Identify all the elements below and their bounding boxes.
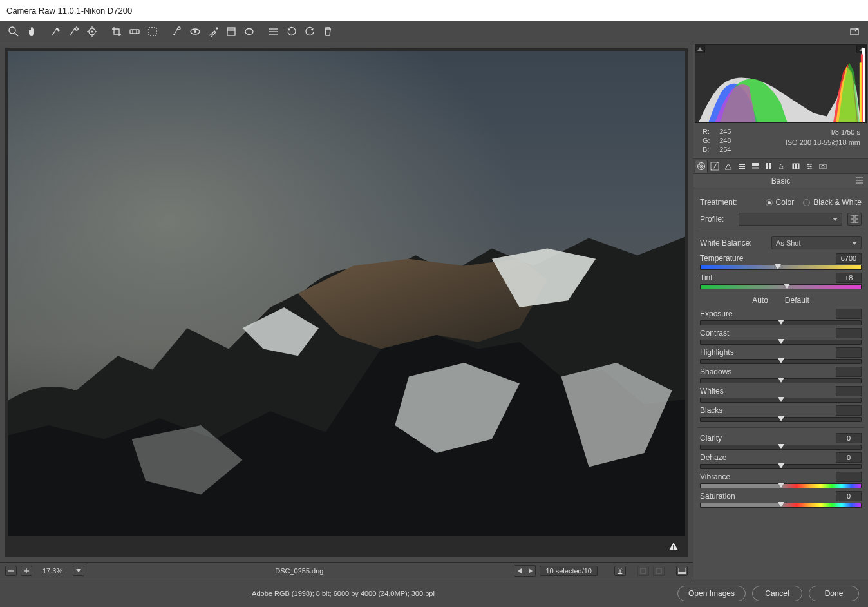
temperature-value[interactable]: 6700 [836, 253, 862, 264]
rating-increase-button[interactable] [653, 566, 665, 576]
done-button[interactable]: Done [809, 586, 859, 601]
svg-point-60 [807, 164, 809, 165]
status-bar: 17.3% DSC_0255.dng 10 selected/10 Y [0, 562, 693, 579]
vibrance-slider[interactable]: Vibrance [700, 472, 862, 488]
straighten-tool-icon[interactable] [126, 23, 143, 40]
tint-slider[interactable]: Tint+8 [700, 273, 862, 289]
blacks-slider[interactable]: Blacks [700, 405, 862, 422]
exposure-value[interactable] [836, 309, 862, 319]
dehaze-label: Dehaze [700, 453, 726, 462]
tint-label: Tint [700, 273, 713, 282]
clarity-value[interactable]: 0 [836, 433, 862, 443]
zoom-tool-icon[interactable] [5, 23, 22, 40]
prev-image-button[interactable] [514, 566, 525, 576]
spot-removal-tool-icon[interactable] [169, 23, 185, 40]
saturation-slider[interactable]: Saturation0 [700, 491, 862, 508]
shadows-slider[interactable]: Shadows [700, 367, 862, 383]
auto-button[interactable]: Auto [752, 296, 768, 305]
svg-point-62 [808, 168, 809, 169]
treatment-bw-radio[interactable]: Black & White [803, 198, 862, 207]
zoom-in-button[interactable] [21, 566, 32, 576]
graduated-filter-tool-icon[interactable] [223, 23, 240, 40]
preview-area[interactable] [5, 48, 688, 557]
dehaze-slider[interactable]: Dehaze0 [700, 452, 862, 469]
tab-split-toning-icon[interactable] [749, 160, 762, 173]
tab-lens-corrections-icon[interactable] [762, 160, 775, 173]
clarity-slider[interactable]: Clarity0 [700, 433, 862, 450]
dehaze-value[interactable]: 0 [836, 452, 862, 463]
warning-icon[interactable] [668, 542, 679, 554]
selection-count[interactable]: 10 selected/10 [540, 566, 598, 576]
zoom-dropdown[interactable] [73, 566, 84, 576]
white-balance-tool-icon[interactable] [48, 23, 64, 40]
tab-effects-icon[interactable]: fx [776, 160, 789, 173]
histogram[interactable] [695, 44, 867, 123]
image-canvas[interactable] [8, 51, 685, 536]
tab-calibration-icon[interactable] [789, 160, 802, 173]
treatment-color-radio[interactable]: Color [766, 198, 795, 207]
svg-rect-28 [851, 29, 858, 35]
svg-rect-14 [149, 28, 156, 35]
tint-value[interactable]: +8 [836, 273, 862, 283]
red-eye-tool-icon[interactable] [187, 23, 203, 40]
white-balance-select[interactable]: As Shot [771, 236, 862, 249]
svg-point-15 [178, 27, 180, 30]
temperature-slider[interactable]: Temperature6700 [700, 253, 862, 270]
highlights-slider[interactable]: Highlights [700, 347, 862, 364]
radial-filter-tool-icon[interactable] [241, 23, 258, 40]
panel-tabs: fx [693, 159, 868, 174]
contrast-value[interactable] [836, 328, 862, 338]
svg-rect-39 [678, 572, 686, 574]
svg-rect-55 [795, 164, 797, 169]
rgb-g-label: G: [703, 136, 715, 145]
workflow-options-link[interactable]: Adobe RGB (1998); 8 bit; 6000 by 4000 (2… [9, 590, 677, 597]
adjustment-brush-tool-icon[interactable] [205, 23, 222, 40]
saturation-value[interactable]: 0 [836, 491, 862, 501]
rating-decrease-button[interactable] [637, 566, 649, 576]
cancel-button[interactable]: Cancel [752, 586, 802, 601]
highlights-value[interactable] [836, 347, 862, 358]
crop-tool-icon[interactable] [108, 23, 125, 40]
svg-rect-69 [855, 215, 858, 218]
preferences-list-icon[interactable] [265, 23, 282, 40]
tab-basic-icon[interactable] [695, 160, 708, 173]
profile-browser-button[interactable] [847, 213, 862, 226]
profile-select[interactable] [739, 213, 842, 226]
preview-column: 17.3% DSC_0255.dng 10 selected/10 Y [0, 43, 693, 579]
default-button[interactable]: Default [785, 296, 809, 305]
next-image-button[interactable] [525, 566, 535, 576]
tab-hsl-icon[interactable] [735, 160, 748, 173]
compare-mode-button[interactable]: Y [614, 566, 626, 576]
top-toolbar [0, 21, 868, 43]
zoom-out-button[interactable] [5, 566, 17, 576]
open-images-button[interactable]: Open Images [677, 586, 746, 601]
tab-curve-icon[interactable] [708, 160, 721, 173]
exposure-label: Exposure [700, 309, 733, 318]
targeted-adjustment-tool-icon[interactable] [84, 23, 100, 40]
contrast-slider[interactable]: Contrast [700, 328, 862, 345]
tab-detail-icon[interactable] [722, 160, 735, 173]
svg-point-2 [75, 28, 78, 30]
svg-point-6 [91, 31, 93, 33]
exposure-slider[interactable]: Exposure [700, 309, 862, 325]
tab-presets-icon[interactable] [803, 160, 816, 173]
svg-point-16 [173, 34, 175, 35]
panel-menu-icon[interactable] [855, 177, 864, 184]
panel-title-bar: Basic [693, 174, 868, 188]
exif-iso-lens: ISO 200 18-55@18 mm [786, 137, 860, 148]
hand-tool-icon[interactable] [23, 23, 40, 40]
vibrance-value[interactable] [836, 472, 862, 482]
blacks-value[interactable] [836, 405, 862, 416]
whites-value[interactable] [836, 386, 862, 396]
svg-rect-51 [769, 163, 771, 169]
whites-slider[interactable]: Whites [700, 386, 862, 403]
rotate-cw-icon[interactable] [301, 23, 318, 40]
color-sampler-tool-icon[interactable] [66, 23, 82, 40]
tab-snapshots-icon[interactable] [816, 160, 829, 173]
rotate-ccw-icon[interactable] [283, 23, 300, 40]
fullscreen-icon[interactable] [846, 23, 863, 40]
shadows-value[interactable] [836, 367, 862, 377]
transform-tool-icon[interactable] [144, 23, 161, 40]
filmstrip-orientation-button[interactable] [676, 566, 688, 576]
trash-icon[interactable] [319, 23, 336, 40]
